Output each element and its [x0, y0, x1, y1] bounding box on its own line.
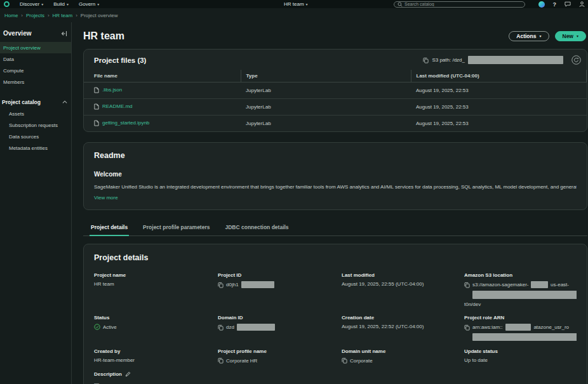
copy-s3-path-icon[interactable] — [423, 57, 429, 63]
field-project-profile-name: Project profile name Corporate HR — [218, 348, 342, 364]
project-catalog-label: Project catalog — [2, 99, 41, 105]
chevron-down-icon: ▾ — [97, 3, 99, 6]
redacted-value — [531, 281, 548, 288]
project-files-title: Project files (3) — [94, 56, 146, 64]
field-creation-date: Creation date August 19, 2025, 22:52 (UT… — [342, 315, 464, 341]
project-details-title: Project details — [94, 253, 577, 262]
sidebar-item-subscription-requests[interactable]: Subscription requests — [0, 119, 71, 131]
field-description: Description — — [94, 371, 218, 384]
field-project-id: Project ID d0jh1 — [218, 272, 342, 307]
menu-govern-label: Govern — [79, 1, 95, 7]
status-active-icon — [94, 324, 100, 330]
chevron-down-icon: ▾ — [539, 34, 541, 38]
actions-button[interactable]: Actions ▾ — [509, 31, 549, 41]
redacted-value — [468, 56, 563, 64]
sidebar: Overview Project overview Data Compute M… — [0, 22, 72, 384]
search-input[interactable] — [404, 2, 521, 6]
sidebar-section-project-catalog[interactable]: Project catalog — [0, 96, 71, 108]
redacted-value — [241, 281, 274, 288]
chevron-right-icon: › — [21, 13, 23, 18]
collapse-sidebar-icon[interactable] — [61, 30, 67, 37]
redacted-value — [505, 324, 531, 331]
user-profile-icon[interactable] — [579, 1, 585, 7]
readme-heading: Welcome — [94, 171, 577, 178]
file-modified: August 19, 2025, 22:53 — [411, 99, 587, 116]
table-row: README.md JupyterLab August 19, 2025, 22… — [84, 99, 587, 116]
chevron-up-icon — [62, 100, 67, 104]
copy-s3-location-icon[interactable] — [464, 282, 470, 288]
file-link[interactable]: README.md — [94, 103, 133, 110]
file-icon — [94, 120, 99, 126]
project-files-table: File name Type Last modified (UTC-04:00)… — [84, 70, 587, 131]
column-header-last-modified[interactable]: Last modified (UTC-04:00) — [411, 70, 587, 83]
sidebar-item-assets[interactable]: Assets — [0, 108, 71, 119]
file-link[interactable]: .libs.json — [94, 87, 122, 93]
sidebar-item-compute[interactable]: Compute — [0, 65, 71, 76]
sidebar-item-project-overview[interactable]: Project overview — [0, 42, 71, 53]
search-icon — [398, 2, 403, 7]
new-button-label: New — [563, 33, 573, 39]
edit-description-icon[interactable] — [125, 371, 131, 377]
sidebar-item-metadata-entities[interactable]: Metadata entities — [0, 142, 71, 154]
copy-project-id-icon[interactable] — [218, 282, 224, 288]
tab-project-details[interactable]: Project details — [83, 220, 135, 235]
breadcrumb-hr-team[interactable]: HR team — [53, 13, 73, 18]
menu-govern[interactable]: Govern ▾ — [79, 1, 99, 7]
readme-title: Readme — [94, 151, 577, 160]
field-domain-unit-name: Domain unit name Corporate — [342, 348, 464, 364]
column-header-type[interactable]: Type — [241, 70, 411, 83]
field-created-by: Created by HR-team-member — [94, 348, 218, 364]
app-window: Discover ▾ Build ▾ Govern ▾ HR team ▾ — [0, 0, 588, 384]
readme-card: Readme Welcome SageMaker Unified Studio … — [83, 142, 587, 210]
field-s3-location: Amazon S3 location s3://amazon-sagemaker… — [464, 272, 577, 307]
breadcrumb-home[interactable]: Home — [4, 13, 18, 18]
file-type: JupyterLab — [241, 99, 411, 116]
chevron-right-icon: › — [48, 13, 50, 18]
chevron-right-icon: › — [76, 13, 77, 18]
view-more-link[interactable]: View more — [94, 195, 118, 201]
top-navigation-bar: Discover ▾ Build ▾ Govern ▾ HR team ▾ — [0, 0, 588, 8]
new-button[interactable]: New ▾ — [555, 31, 587, 41]
tab-jdbc-connection-details[interactable]: JDBC connection details — [217, 220, 296, 235]
table-row: getting_started.ipynb JupyterLab August … — [84, 116, 587, 132]
chevron-down-icon: ▾ — [41, 3, 43, 6]
copy-domain-id-icon[interactable] — [218, 324, 224, 331]
refresh-button[interactable] — [571, 55, 581, 65]
breadcrumb: Home › Projects › HR team › Project over… — [0, 8, 588, 22]
file-link[interactable]: getting_started.ipynb — [94, 120, 149, 126]
field-status: Status Active — [94, 315, 218, 341]
copy-domain-unit-icon[interactable] — [342, 357, 347, 364]
chevron-down-icon: ▾ — [67, 3, 69, 6]
details-tabs: Project details Project profile paramete… — [83, 220, 587, 236]
feedback-icon[interactable] — [565, 1, 571, 7]
main-content: HR team Actions ▾ New ▾ Project files (3… — [72, 22, 588, 384]
copy-role-arn-icon[interactable] — [464, 324, 470, 331]
redacted-value — [237, 324, 275, 331]
breadcrumb-current: Project overview — [81, 13, 118, 18]
file-type: JupyterLab — [241, 116, 411, 132]
status-badge: Active — [103, 324, 117, 330]
chevron-down-icon: ▾ — [306, 3, 308, 6]
sidebar-item-members[interactable]: Members — [0, 76, 71, 88]
sidebar-item-data-sources[interactable]: Data sources — [0, 131, 71, 142]
file-type: JupyterLab — [241, 83, 411, 99]
project-switcher-label: HR team — [284, 1, 304, 7]
column-header-file-name[interactable]: File name — [84, 70, 241, 83]
file-icon — [94, 87, 99, 93]
copy-profile-name-icon[interactable] — [218, 357, 224, 364]
menu-discover[interactable]: Discover ▾ — [20, 1, 43, 7]
project-switcher[interactable]: HR team ▾ — [284, 1, 308, 7]
project-details-card: Project details Project name HR team Pro… — [83, 244, 587, 384]
field-last-modified: Last modified August 19, 2025, 22:55 (UT… — [342, 272, 464, 307]
tab-project-profile-parameters[interactable]: Project profile parameters — [135, 220, 217, 235]
field-project-name: Project name HR team — [94, 272, 218, 307]
app-logo-icon[interactable] — [4, 1, 10, 7]
redacted-value — [472, 291, 577, 299]
menu-build-label: Build — [53, 1, 65, 7]
sidebar-item-data[interactable]: Data — [0, 53, 71, 65]
amazon-q-icon[interactable] — [538, 1, 545, 8]
field-project-role-arn: Project role ARN arn:aws:iam::atazone_us… — [464, 315, 577, 341]
menu-build[interactable]: Build ▾ — [53, 1, 69, 7]
help-icon[interactable]: ? — [553, 1, 557, 8]
breadcrumb-projects[interactable]: Projects — [26, 13, 44, 18]
